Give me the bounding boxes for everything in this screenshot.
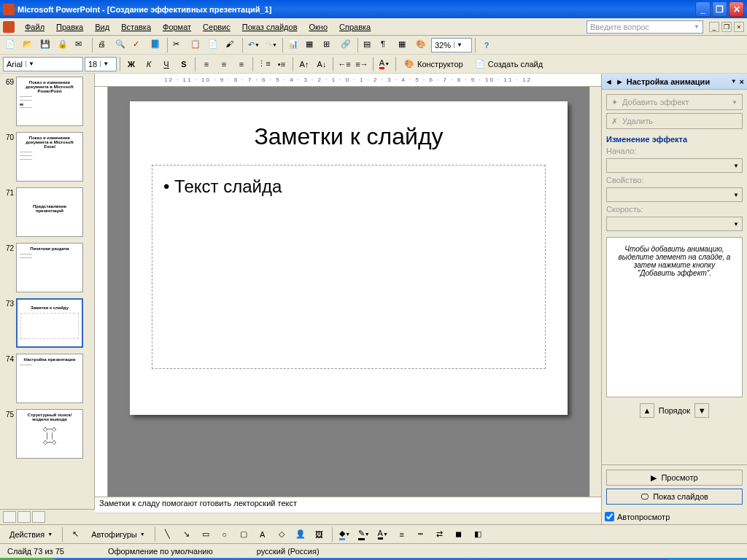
font-color-tool[interactable]: A▼ (375, 526, 391, 542)
subwin-minimize[interactable]: _ (709, 22, 719, 32)
slide-title-text[interactable]: Заметки к слайду (152, 123, 546, 150)
property-dropdown[interactable]: ▼ (606, 187, 743, 202)
add-effect-button[interactable]: ✦Добавить эффект▼ (606, 94, 743, 110)
menu-help[interactable]: Справка (333, 21, 376, 33)
slide-thumbnail[interactable]: Представление презентаций (16, 187, 83, 237)
preview-button[interactable]: 🔍 (113, 37, 129, 53)
slide-thumbnail[interactable]: Показ и изменение документа в Microsoft … (16, 132, 83, 182)
slide-canvas[interactable]: Заметки к слайду • Текст слайда (130, 101, 568, 415)
bold-button[interactable]: Ж (123, 56, 139, 72)
font-combo[interactable]: Arial▼ (3, 57, 83, 71)
research-button[interactable]: 📘 (148, 37, 164, 53)
slide-thumbnail-selected[interactable]: Заметки к слайду (16, 298, 83, 348)
align-left-button[interactable]: ≡ (198, 56, 214, 72)
align-center-button[interactable]: ≡ (216, 56, 232, 72)
increase-indent-button[interactable]: ≡→ (354, 56, 370, 72)
align-right-button[interactable]: ≡ (233, 56, 249, 72)
slide-thumbnail[interactable]: Показ и изменение документа в Microsoft … (16, 77, 83, 126)
line-color-tool[interactable]: ✎▼ (356, 526, 372, 542)
subwin-close[interactable]: × (734, 22, 744, 32)
taskpane-dropdown-icon[interactable]: ▼ (731, 78, 737, 85)
new-button[interactable]: 📄 (3, 37, 19, 53)
menu-edit[interactable]: Правка (50, 21, 89, 33)
slide-bullet-text[interactable]: • Текст слайда (163, 176, 534, 197)
back-arrow-icon[interactable]: ◄ (605, 77, 613, 86)
3d-tool[interactable]: ◧ (470, 526, 486, 542)
spellcheck-button[interactable]: ✓ (131, 37, 147, 53)
thumb-row[interactable]: 75 Структурный поиск/модели вывода◇─◇│ │… (3, 409, 91, 459)
underline-button[interactable]: Ч (158, 56, 174, 72)
clipart-tool[interactable]: 👤 (293, 526, 309, 542)
italic-button[interactable]: К (141, 56, 157, 72)
menu-view[interactable]: Вид (89, 21, 115, 33)
print-button[interactable]: 🖨 (96, 37, 112, 53)
arrow-tool[interactable]: ↘ (179, 526, 195, 542)
thumb-row[interactable]: 72 Печатная раздача──────────── (3, 243, 91, 292)
arrow-style-tool[interactable]: ⇄ (432, 526, 448, 542)
menu-insert[interactable]: Вставка (115, 21, 157, 33)
color-button[interactable]: 🎨 (414, 37, 430, 53)
autoshapes-menu[interactable]: Автофигуры▼ (86, 526, 150, 542)
horizontal-scrollbar[interactable] (95, 513, 601, 524)
minimize-button[interactable]: _ (695, 1, 711, 17)
bullets-button[interactable]: •≡ (274, 56, 290, 72)
numbering-button[interactable]: ⋮≡ (256, 56, 272, 72)
thumb-row[interactable]: 73 Заметки к слайду (3, 298, 91, 348)
cut-button[interactable]: ✂ (171, 37, 187, 53)
format-painter-button[interactable]: 🖌 (223, 37, 239, 53)
select-tool[interactable]: ↖ (67, 526, 83, 542)
wordart-tool[interactable]: A (255, 526, 271, 542)
shadow-tool[interactable]: ◼ (451, 526, 467, 542)
slide-body-placeholder[interactable]: • Текст слайда (152, 165, 546, 369)
menu-format[interactable]: Формат (157, 21, 197, 33)
hyperlink-button[interactable]: 🔗 (338, 37, 355, 53)
notes-pane[interactable]: Заметки к сладу помогают готовить лектор… (95, 497, 601, 513)
speed-dropdown[interactable]: ▼ (606, 217, 743, 231)
autopreview-checkbox[interactable] (605, 512, 614, 521)
ask-question-input[interactable]: Введите вопрос▼ (587, 20, 703, 34)
actions-menu[interactable]: Действия▼ (4, 526, 58, 542)
font-color-button[interactable]: A▼ (376, 56, 392, 72)
slide-thumbnail[interactable]: Настройка презентации────── (16, 354, 83, 403)
increase-font-button[interactable]: A↑ (296, 56, 312, 72)
new-slide-button[interactable]: 📄Создать слайд (470, 56, 548, 72)
open-button[interactable]: 📂 (20, 37, 36, 53)
taskpane-close-icon[interactable]: × (740, 77, 744, 86)
vertical-scrollbar[interactable] (589, 87, 601, 497)
redo-button[interactable]: ↷▼ (263, 37, 279, 53)
zoom-combo[interactable]: 32%▼ (431, 38, 472, 52)
thumb-row[interactable]: 69 Показ и изменение документа в Microso… (3, 77, 91, 126)
menu-file[interactable]: Файл (19, 21, 50, 33)
thumb-row[interactable]: 71 Представление презентаций (3, 187, 91, 237)
slide-thumbnail[interactable]: Структурный поиск/модели вывода◇─◇│ │◇─◇ (16, 409, 83, 459)
order-down-button[interactable]: ▼ (694, 403, 709, 418)
menu-slideshow[interactable]: Показ слайдов (236, 21, 303, 33)
tables-borders-button[interactable]: ⊞ (321, 37, 337, 53)
preview-button[interactable]: ▶Просмотр (606, 470, 743, 486)
undo-button[interactable]: ↶▼ (246, 37, 262, 53)
start-dropdown[interactable]: ▼ (606, 158, 743, 173)
thumb-row[interactable]: 70 Показ и изменение документа в Microso… (3, 132, 91, 182)
rectangle-tool[interactable]: ▭ (198, 526, 214, 542)
autopreview-row[interactable]: Автопросмотр (602, 509, 747, 524)
order-up-button[interactable]: ▲ (640, 403, 654, 418)
decrease-font-button[interactable]: A↓ (314, 56, 330, 72)
maximize-button[interactable]: ❐ (712, 1, 727, 17)
decrease-indent-button[interactable]: ←≡ (336, 56, 352, 72)
slide-thumbnail[interactable]: Печатная раздача──────────── (16, 243, 83, 292)
table-button[interactable]: ▦ (303, 37, 320, 53)
sorter-view-button[interactable] (18, 511, 31, 523)
menubar-app-icon[interactable] (3, 21, 15, 33)
paste-button[interactable]: 📄 (206, 37, 222, 53)
permission-button[interactable]: 🔒 (55, 37, 71, 53)
menu-window[interactable]: Окно (303, 21, 334, 33)
menu-tools[interactable]: Сервис (197, 21, 236, 33)
grid-button[interactable]: ▦ (396, 37, 412, 53)
normal-view-button[interactable] (3, 511, 16, 523)
fill-color-tool[interactable]: ◆▼ (337, 526, 353, 542)
dash-style-tool[interactable]: ┅ (413, 526, 429, 542)
slideshow-view-button[interactable] (32, 511, 45, 523)
font-size-combo[interactable]: 18▼ (85, 57, 117, 71)
help-button[interactable]: ? (479, 37, 495, 53)
chart-button[interactable]: 📊 (286, 37, 302, 53)
